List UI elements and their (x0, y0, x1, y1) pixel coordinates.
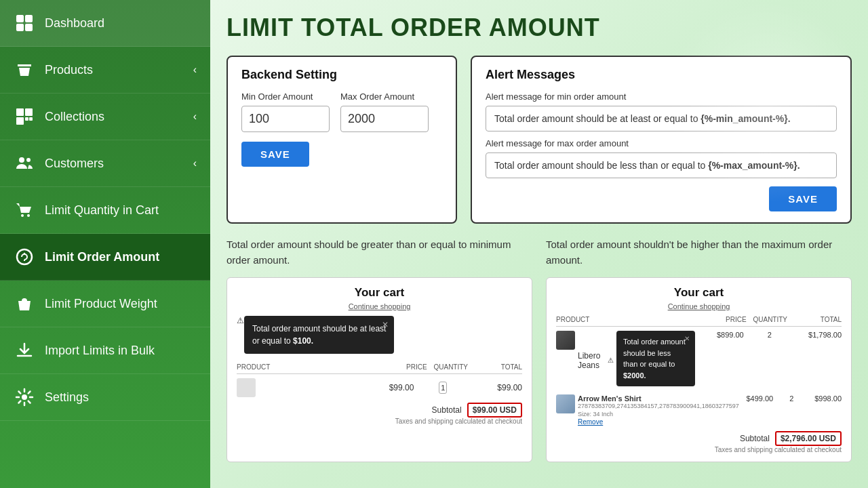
cart-right-p1-total: $1,798.00 (795, 331, 842, 339)
popup-right-amount: $2000. (623, 371, 646, 380)
sidebar-item-limit-qty-label: Limit Quantity in Cart (45, 203, 159, 218)
min-alert-input-display: Total order amount should be at least or… (486, 106, 837, 131)
cart-right-p1-name: Libero Jeans (578, 351, 605, 370)
alert-popup-right: ✕ Total order amount should be less than… (616, 331, 695, 386)
sidebar: Dashboard Products ‹ Collections ‹ (0, 0, 210, 488)
main-content: LIMIT TOTAL ORDER AMOUNT Backend Setting… (210, 0, 868, 488)
cart-left-qty-col: QUANTITY (427, 363, 475, 371)
svg-point-13 (17, 249, 32, 264)
cart-left-subtotal-row: Subtotal $99.00 USD (237, 403, 522, 418)
svg-rect-4 (16, 108, 24, 116)
sidebar-item-limit-order-amount[interactable]: Limit Order Amount (0, 234, 210, 281)
backend-setting-card: Backend Setting Min Order Amount Max Ord… (226, 56, 457, 224)
sidebar-item-settings-label: Settings (45, 390, 89, 405)
svg-point-11 (21, 214, 24, 217)
warn-icon-left: ⚠ (237, 316, 244, 325)
sidebar-item-limit-product-weight[interactable]: Limit Product Weight (0, 281, 210, 327)
import-icon (14, 340, 35, 361)
cart-right-subtotal-value: $2,796.00 USD (775, 431, 842, 446)
warn-icon-right: ⚠ (608, 355, 614, 366)
backend-save-button[interactable]: SAVE (241, 142, 309, 167)
collections-chevron-icon: ‹ (193, 110, 197, 123)
alert-popup-left-wrap: ⚠ ✕ Total order amount should be at leas… (237, 316, 522, 358)
cart-right-p2-total: $998.00 (810, 394, 842, 403)
cart-left-total-col: TOTAL (475, 363, 522, 371)
cart-left-total: $99.00 (472, 383, 522, 392)
min-alert-label: Alert message for min order amount (486, 92, 837, 102)
min-amount-input[interactable] (241, 106, 330, 132)
cart-left-continue: Continue shopping (237, 302, 522, 310)
cart-right-total-col: TOTAL (794, 316, 842, 323)
popup-left-amount: $100. (293, 336, 313, 346)
popup-left-text2: or equal to (252, 336, 293, 346)
backend-setting-title: Backend Setting (241, 68, 442, 82)
cart-right-price-col: PRICE (699, 316, 747, 323)
cart-right-title: Your cart (556, 286, 842, 300)
max-amount-input[interactable] (340, 106, 429, 132)
svg-point-9 (19, 157, 24, 163)
cart-right-header: PRODUCT PRICE QUANTITY TOTAL (556, 316, 842, 327)
cart-right-p2-qty: 2 (776, 394, 807, 403)
order-icon (14, 246, 35, 268)
cart-left-taxes: Taxes and shipping calculated at checkou… (237, 418, 522, 425)
sidebar-item-limit-weight-label: Limit Product Weight (45, 297, 157, 311)
products-chevron-icon: ‹ (193, 64, 197, 76)
cart-left-subtotal-label: Subtotal (432, 405, 462, 415)
svg-rect-0 (16, 15, 24, 22)
cart-preview-right: Your cart Continue shopping PRODUCT PRIC… (546, 277, 852, 462)
min-amount-field: Min Order Amount (241, 92, 330, 132)
amount-row: Min Order Amount Max Order Amount (241, 92, 442, 132)
cart-right-p2-remove[interactable]: Remove (578, 418, 739, 426)
cart-left-subtotal-value: $99.00 USD (467, 403, 522, 418)
svg-rect-8 (29, 117, 33, 121)
cart-left-product-thumb (237, 378, 256, 397)
desc-row: Total order amount should be greater tha… (226, 237, 852, 268)
cart-icon (14, 199, 35, 221)
collections-icon (14, 106, 35, 127)
max-alert-label: Alert message for max order amount (486, 138, 837, 148)
svg-rect-5 (25, 108, 33, 116)
cart-right-p2-price: $499.00 (742, 394, 773, 403)
cart-right-p1-thumb (556, 331, 575, 350)
cart-left-qty-wrap: 1 (418, 383, 468, 392)
cart-right-p2-sku: 27878383709,274135384157,278783900941,18… (578, 403, 739, 411)
min-amount-label: Min Order Amount (241, 92, 330, 102)
desc-left: Total order amount should be greater tha… (226, 237, 532, 268)
close-popup-left[interactable]: ✕ (382, 319, 389, 331)
sidebar-item-customers[interactable]: Customers ‹ (0, 140, 210, 187)
cart-right-p2-size: Size: 34 Inch (578, 411, 739, 419)
sidebar-item-limit-quantity-cart[interactable]: Limit Quantity in Cart (0, 187, 210, 234)
sidebar-item-import-limits[interactable]: Import Limits in Bulk (0, 327, 210, 374)
cart-left-product-row: $99.00 1 $99.00 (237, 378, 522, 397)
customers-icon (14, 152, 35, 174)
cart-right-p1-price: $899.00 (698, 331, 744, 339)
sidebar-item-limit-order-label: Limit Order Amount (45, 250, 159, 264)
cart-right-taxes: Taxes and shipping calculated at checkou… (556, 446, 842, 453)
settings-icon (14, 386, 35, 408)
popup-left-text1: Total order amount should be at least (252, 324, 386, 333)
alert-popup-left: ✕ Total order amount should be at least … (244, 316, 394, 354)
cart-left-header: PRODUCT PRICE QUANTITY TOTAL (237, 363, 522, 374)
cart-right-p2-wrap: Arrow Men's Shirt 27878383709,2741353841… (556, 394, 739, 426)
svg-rect-2 (16, 24, 24, 31)
cart-right-product2-row: Arrow Men's Shirt 27878383709,2741353841… (556, 394, 842, 426)
cart-right-product1-row: Libero Jeans ⚠ ✕ Total order amount shou… (556, 331, 842, 390)
page-title: LIMIT TOTAL ORDER AMOUNT (226, 14, 852, 42)
cart-right-p1-wrap: Libero Jeans ⚠ ✕ Total order amount shou… (556, 331, 695, 390)
sidebar-item-settings[interactable]: Settings (0, 374, 210, 421)
sidebar-item-collections[interactable]: Collections ‹ (0, 94, 210, 140)
max-alert-input-display: Total order amount should be less than o… (486, 152, 837, 178)
alert-messages-title: Alert Messages (486, 68, 837, 82)
sidebar-item-products[interactable]: Products ‹ (0, 47, 210, 94)
cart-right-p2-info: Arrow Men's Shirt 27878383709,2741353841… (578, 394, 739, 426)
close-popup-right[interactable]: ✕ (684, 333, 690, 344)
svg-rect-6 (16, 117, 24, 125)
products-icon (14, 59, 35, 81)
sidebar-item-dashboard[interactable]: Dashboard (0, 0, 210, 47)
customers-chevron-icon: ‹ (193, 157, 197, 169)
sidebar-item-customers-label: Customers (45, 157, 104, 171)
alert-save-button[interactable]: SAVE (769, 186, 837, 211)
cart-left-product-col: PRODUCT (237, 363, 380, 371)
cart-right-p1-qty: 2 (747, 331, 793, 339)
svg-point-14 (22, 394, 27, 400)
